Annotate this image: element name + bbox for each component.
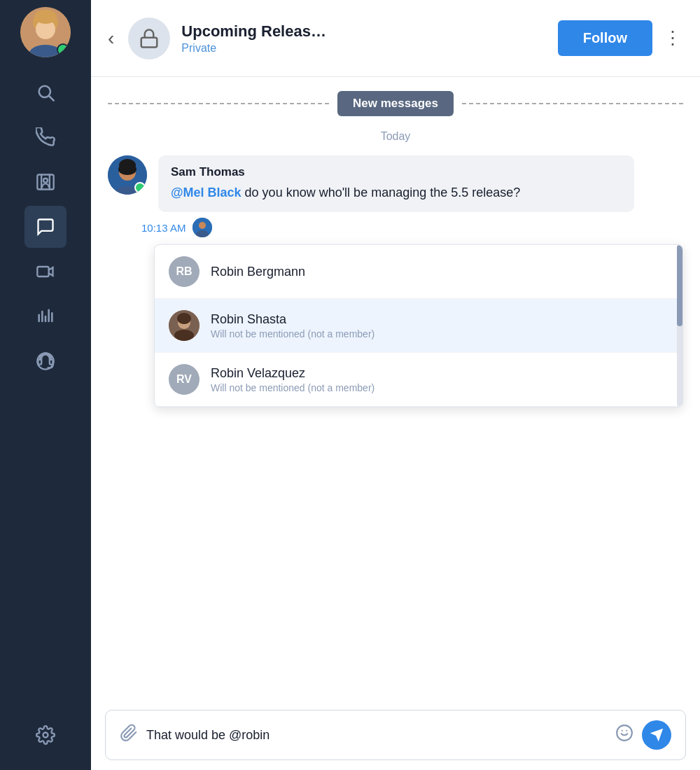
svg-point-10 [43,178,48,183]
svg-rect-11 [37,267,48,276]
mention-name-rs: Robin Shasta [211,312,668,327]
message-sender: Sam Thomas [171,165,622,179]
mention-item-robin-bergmann[interactable]: RB Robin Bergmann [155,245,682,299]
sidebar-item-search[interactable] [24,71,66,113]
message-bubble: Sam Thomas @Mel Black do you know who'll… [158,155,634,212]
send-button[interactable] [642,720,671,750]
main-content: ‹ Upcoming Releas… Private Follow ⋮ New … [91,0,700,770]
svg-line-6 [49,96,53,100]
mention-item-robin-shasta[interactable]: Robin Shasta Will not be mentioned (not … [155,299,682,353]
sidebar [0,0,91,770]
channel-header: ‹ Upcoming Releas… Private Follow ⋮ [91,0,700,77]
mention-sub-rs: Will not be mentioned (not a member) [211,328,668,340]
sidebar-item-voicemail[interactable] [24,295,66,337]
read-receipt-avatar [192,218,212,237]
svg-rect-19 [50,360,53,365]
message-input-bar [105,710,686,760]
mention-name-rb: Robin Bergmann [211,265,668,279]
new-messages-badge: New messages [337,91,454,116]
channel-icon [128,18,170,59]
channel-info: Upcoming Releas… Private [181,22,546,55]
online-indicator [57,43,69,56]
mention-dropdown: RB Robin Bergmann Robin Shasta [154,244,683,407]
mention-text: @Mel Black [171,186,241,200]
follow-button[interactable]: Follow [558,20,652,56]
sidebar-item-chat[interactable] [24,206,66,248]
chat-area: New messages Today Sam [91,77,700,700]
online-dot [134,182,146,193]
sidebar-item-video[interactable] [24,251,66,293]
new-messages-divider: New messages [91,77,700,123]
svg-point-33 [177,313,191,324]
svg-point-20 [43,733,48,738]
attach-button[interactable] [120,724,138,746]
sidebar-item-contacts[interactable] [24,161,66,203]
svg-point-32 [174,330,194,341]
dropdown-scrollbar [677,245,682,407]
sidebar-item-phone[interactable] [24,116,66,158]
mention-info-rb: Robin Bergmann [211,265,668,279]
message-meta: 10:13 AM [91,218,700,237]
svg-rect-18 [38,360,42,365]
mention-item-robin-velazquez[interactable]: RV Robin Velazquez Will not be mentioned… [155,353,682,407]
user-avatar[interactable] [20,7,71,57]
svg-point-25 [118,164,136,175]
svg-rect-21 [141,37,158,47]
back-button[interactable]: ‹ [108,27,114,50]
svg-point-34 [617,725,632,741]
mention-avatar-rb: RB [169,256,200,287]
date-label: Today [91,130,700,143]
more-options-button[interactable]: ⋮ [664,27,683,49]
sidebar-item-settings[interactable] [24,714,66,756]
divider-line-left [108,103,329,104]
emoji-button[interactable] [615,724,634,746]
svg-point-3 [34,10,57,24]
message-body: do you know who'll be managing the 5.5 r… [241,186,521,200]
channel-name: Upcoming Releas… [181,22,546,41]
message-row: Sam Thomas @Mel Black do you know who'll… [91,155,700,212]
svg-point-28 [199,222,206,229]
mention-info-rs: Robin Shasta Will not be mentioned (not … [211,312,668,340]
message-time: 10:13 AM [141,222,186,234]
channel-status: Private [181,42,546,55]
mention-sub-rv: Will not be mentioned (not a member) [211,382,668,393]
mention-info-rv: Robin Velazquez Will not be mentioned (n… [211,366,668,393]
mention-name-rv: Robin Velazquez [211,366,668,381]
sidebar-item-support[interactable] [24,340,66,382]
message-avatar [108,155,147,195]
message-input[interactable] [146,728,607,743]
divider-line-right [462,103,683,104]
mention-avatar-rv: RV [169,364,200,395]
mention-avatar-rs [169,310,200,341]
message-text: @Mel Black do you know who'll be managin… [171,183,622,202]
scrollbar-thumb [677,245,682,326]
